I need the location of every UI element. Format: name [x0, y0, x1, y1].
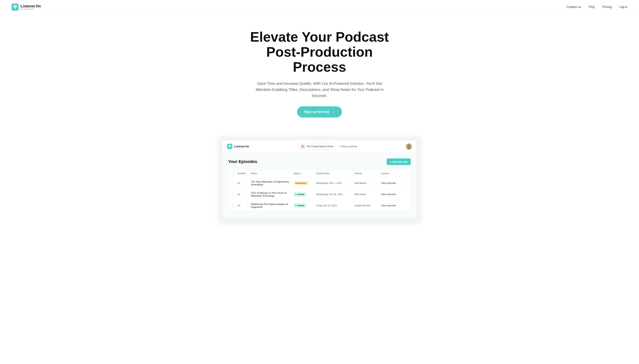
logo-sub: by Listener.com	[20, 8, 41, 10]
col-name: Name	[251, 172, 294, 175]
status-badge-active-3: Active	[294, 204, 306, 208]
signup-button[interactable]: Sign up for free →	[297, 106, 342, 118]
row-checkbox-3[interactable]	[232, 204, 234, 207]
row-checkbox-2[interactable]	[232, 193, 234, 196]
episodes-title: Your Episodes	[228, 159, 257, 164]
col-actions: Actions	[381, 172, 408, 175]
row-name-3: Redefining The Implementation of Happine…	[251, 203, 294, 208]
hero-title-line2: Post-Production Process	[266, 44, 373, 74]
row-status-3: Active	[294, 204, 316, 208]
row-checkbox-1[interactable]	[232, 182, 234, 185]
chevron-right-icon: ›	[396, 182, 397, 185]
add-podcast-label: + Add a podcast	[339, 145, 357, 148]
signup-label: Sign up for free	[304, 110, 329, 114]
row-guest-1: Sahil Bloom	[354, 182, 381, 184]
nav-faq[interactable]: FAQ	[588, 5, 595, 9]
row-status-2: Active	[294, 192, 316, 196]
nav-login[interactable]: Log in	[619, 5, 628, 9]
new-episode-label: + New episode	[390, 160, 407, 163]
col-status: Status	[294, 172, 316, 175]
row-date-2: Wednesday, Oct 24, 2023	[316, 193, 354, 196]
hero-section: Elevate Your Podcast Post-Production Pro…	[234, 14, 405, 129]
app-window: Listener.fm 🎙 The Casey Adams Show + Add…	[222, 140, 416, 219]
row-number-2: #2	[238, 193, 251, 196]
row-name-1: The Time Billionaire & Engineering Seren…	[251, 180, 294, 186]
app-logo-icon	[227, 144, 232, 149]
row-guest-3: Jacqlyn Burnett	[354, 204, 381, 207]
podcast-tab-icon: 🎙	[301, 144, 305, 148]
app-logo: Listener.fm	[227, 144, 249, 149]
row-status-1: Uploading	[294, 181, 316, 185]
nav-contact[interactable]: Contact us	[566, 5, 581, 9]
chevron-right-icon: ›	[396, 204, 397, 207]
svg-point-4	[229, 146, 230, 147]
episodes-header: Your Episodes + New episode	[228, 158, 411, 165]
episodes-table: Number Name Status Upload date Guests Ac…	[228, 170, 411, 211]
status-dot-icon	[295, 205, 296, 206]
row-date-3: Friday, Oct 19, 2023	[316, 204, 354, 207]
row-date-1: Wednesday, Nov 1, 2023	[316, 182, 354, 184]
app-logo-text: Listener.fm	[234, 145, 249, 148]
row-number-1: #1	[238, 182, 251, 184]
user-avatar[interactable]	[406, 144, 412, 150]
table-row: #3 Redefining The Implementation of Happ…	[228, 200, 410, 211]
table-header: Number Name Status Upload date Guests Ac…	[228, 170, 410, 178]
row-number-3: #3	[238, 204, 251, 207]
app-content: Your Episodes + New episode Number Name …	[222, 153, 416, 219]
row-guest-2: Will Ahmed	[354, 193, 381, 196]
svg-rect-5	[230, 147, 230, 148]
view-episode-2[interactable]: View episode ›	[381, 193, 408, 196]
hero-subtitle: Save Time and Increase Quality: With Our…	[253, 80, 386, 99]
app-navbar: Listener.fm 🎙 The Casey Adams Show + Add…	[222, 140, 416, 153]
logo-text: Listener.fm by Listener.com	[20, 4, 41, 10]
svg-text:🎙: 🎙	[302, 146, 304, 148]
chevron-right-icon: ›	[396, 193, 397, 196]
signup-arrow: →	[331, 110, 335, 114]
navbar: Listener.fm by Listener.com Contact us F…	[0, 0, 639, 14]
podcast-tab-label: The Casey Adams Show	[306, 145, 333, 148]
logo: Listener.fm by Listener.com	[12, 4, 41, 11]
hero-title-line1: Elevate Your Podcast	[250, 29, 389, 44]
hero-title: Elevate Your Podcast Post-Production Pro…	[238, 30, 401, 75]
logo-main: Listener.fm	[20, 4, 41, 8]
svg-point-9	[408, 144, 410, 147]
new-episode-button[interactable]: + New episode	[387, 158, 411, 165]
nav-links: Contact us FAQ Pricing Log in	[566, 5, 628, 9]
view-episode-1[interactable]: View episode ›	[381, 182, 408, 185]
podcast-selector: 🎙 The Casey Adams Show + Add a podcast	[298, 143, 357, 150]
app-preview: Listener.fm 🎙 The Casey Adams Show + Add…	[219, 136, 420, 223]
view-episode-3[interactable]: View episode ›	[381, 204, 408, 207]
select-all-checkbox[interactable]	[232, 172, 234, 175]
status-badge-uploading: Uploading	[294, 181, 308, 185]
col-guests: Guests	[354, 172, 381, 175]
add-podcast-button[interactable]: + Add a podcast	[339, 145, 357, 148]
svg-rect-2	[15, 8, 16, 9]
col-number: Number	[238, 172, 251, 175]
col-upload-date: Upload date	[316, 172, 354, 175]
status-dot-icon	[295, 194, 296, 195]
table-row: #1 The Time Billionaire & Engineering Se…	[228, 178, 410, 189]
podcast-tab[interactable]: 🎙 The Casey Adams Show	[298, 143, 336, 150]
nav-pricing[interactable]: Pricing	[602, 5, 612, 9]
row-name-2: CEO of Whoop on The Future of Wearable T…	[251, 192, 294, 197]
logo-icon	[12, 4, 19, 11]
svg-point-1	[14, 6, 16, 8]
table-row: #2 CEO of Whoop on The Future of Wearabl…	[228, 189, 410, 200]
status-badge-active-2: Active	[294, 192, 306, 196]
